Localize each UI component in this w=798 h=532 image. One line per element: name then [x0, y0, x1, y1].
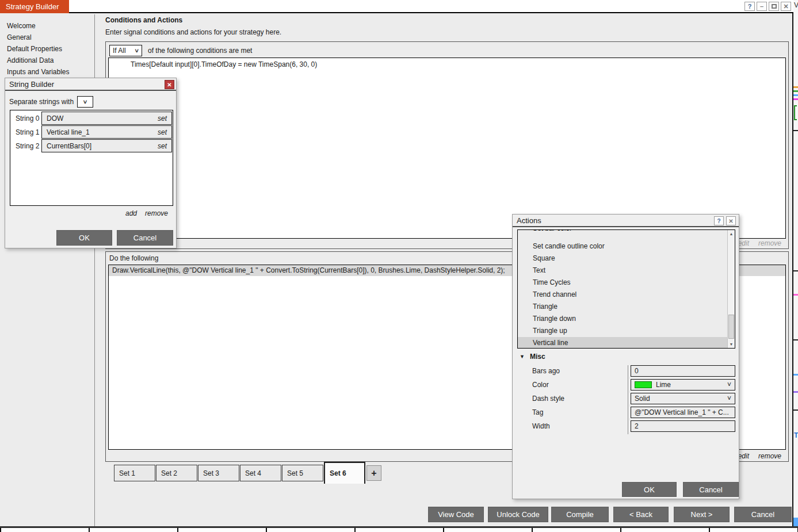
- string-builder-cancel-button[interactable]: Cancel: [117, 230, 173, 246]
- action-type-item[interactable]: Set candle outline color: [518, 240, 735, 252]
- actions-edit-link[interactable]: edit: [738, 452, 749, 460]
- sidebar-item-welcome[interactable]: Welcome: [7, 20, 94, 32]
- tab-set-4[interactable]: Set 4: [240, 465, 281, 481]
- next-button[interactable]: Next >: [674, 507, 730, 522]
- compile-button[interactable]: Compile: [551, 507, 609, 522]
- string-add-link[interactable]: add: [125, 209, 137, 217]
- sidebar-item-default-properties[interactable]: Default Properties: [7, 43, 94, 55]
- string-1-set-link[interactable]: set: [158, 128, 167, 136]
- conditions-edit-link[interactable]: edit: [738, 239, 749, 247]
- string-1-field[interactable]: Vertical line_1 set: [41, 125, 172, 139]
- cancel-button[interactable]: Cancel: [734, 507, 792, 522]
- string-0-field[interactable]: DOW set: [41, 112, 172, 125]
- expander-down-icon: ▼: [520, 354, 525, 359]
- string-builder-close-button[interactable]: ✕: [165, 80, 174, 89]
- condition-row[interactable]: Times[Default input][0].TimeOfDay = new …: [109, 58, 785, 68]
- tag-input[interactable]: @"DOW Vertical line_1 " + C...: [631, 407, 735, 418]
- view-code-button[interactable]: View Code: [428, 507, 484, 522]
- actions-dialog: Actions ? ✕ Set bar color Set candle out…: [512, 214, 739, 499]
- conditions-list[interactable]: Times[Default input][0].TimeOfDay = new …: [108, 58, 786, 239]
- close-icon: ✕: [167, 82, 171, 88]
- action-type-item[interactable]: Triangle up: [518, 325, 735, 337]
- tab-set-3[interactable]: Set 3: [198, 465, 239, 481]
- action-type-item[interactable]: Triangle down: [518, 313, 735, 325]
- width-input[interactable]: 2: [631, 420, 735, 432]
- property-row-tag: Tag @"DOW Vertical line_1 " + C...: [513, 407, 739, 420]
- close-icon: ✕: [728, 218, 733, 224]
- sidebar-item-additional-data[interactable]: Additional Data: [7, 55, 94, 66]
- unlock-code-button[interactable]: Unlock Code: [488, 507, 548, 522]
- action-type-item[interactable]: Text: [518, 265, 735, 277]
- chart-mark: [793, 294, 798, 296]
- string-row: String 2 CurrentBars[0] set: [10, 139, 173, 152]
- bars-ago-input[interactable]: 0: [631, 365, 735, 377]
- color-select[interactable]: Lime ˅: [631, 379, 735, 391]
- property-row-dash-style: Dash style Solid ˅: [513, 393, 739, 407]
- property-row-color: Color Lime ˅: [513, 379, 739, 393]
- tag-label: Tag: [532, 408, 543, 416]
- action-type-item[interactable]: Trend channel: [518, 289, 735, 301]
- scroll-down-icon[interactable]: ▼: [728, 340, 735, 348]
- background-text-fragment: T: [794, 431, 798, 439]
- actions-cancel-button[interactable]: Cancel: [683, 482, 739, 497]
- chart-mark: [793, 98, 798, 100]
- string-2-set-link[interactable]: set: [158, 142, 167, 150]
- chart-mark: [794, 105, 797, 120]
- action-type-item-selected[interactable]: Vertical line: [518, 337, 735, 349]
- actions-remove-link[interactable]: remove: [758, 452, 781, 460]
- separator-select[interactable]: ˅: [77, 96, 93, 108]
- tab-set-1[interactable]: Set 1: [114, 465, 155, 481]
- separator-row: Separate strings with ˅: [9, 96, 93, 108]
- condition-match-select[interactable]: If All ˅: [109, 45, 142, 56]
- background-chart-sliver: V T: [793, 0, 798, 532]
- chart-mark: [793, 339, 798, 340]
- chart-mark: [793, 374, 798, 376]
- bars-ago-label: Bars ago: [532, 367, 560, 375]
- minimize-icon: –: [760, 3, 763, 10]
- minimize-button[interactable]: –: [757, 2, 767, 11]
- chevron-down-icon: ˅: [727, 381, 731, 389]
- condition-match-suffix: of the following conditions are met: [148, 47, 252, 55]
- string-builder-ok-button[interactable]: OK: [56, 230, 112, 246]
- misc-group-header[interactable]: ▼ Misc: [520, 353, 545, 361]
- help-button[interactable]: ?: [744, 2, 755, 11]
- do-following-label: Do the following: [109, 254, 158, 262]
- tab-set-2[interactable]: Set 2: [156, 465, 197, 481]
- actions-ok-button[interactable]: OK: [622, 482, 677, 497]
- sidebar-item-general[interactable]: General: [7, 32, 94, 43]
- action-type-list[interactable]: Set bar color Set candle outline color S…: [517, 229, 735, 349]
- scrollbar-thumb[interactable]: [728, 315, 734, 339]
- scroll-up-icon[interactable]: ▲: [728, 230, 735, 238]
- page-title: Conditions and Actions: [105, 16, 182, 24]
- action-type-item[interactable]: Square: [518, 252, 735, 265]
- chart-mark: [793, 391, 798, 393]
- dash-style-select[interactable]: Solid ˅: [631, 393, 735, 404]
- back-button[interactable]: < Back: [613, 507, 669, 522]
- string-remove-link[interactable]: remove: [145, 209, 168, 217]
- actions-dialog-titlebar[interactable]: Actions ? ✕: [513, 215, 739, 227]
- action-type-item[interactable]: Time Cycles: [518, 277, 735, 289]
- chart-mark: [793, 409, 798, 411]
- width-label: Width: [532, 422, 550, 430]
- string-2-field[interactable]: CurrentBars[0] set: [41, 139, 172, 152]
- property-row-width: Width 2: [513, 420, 739, 434]
- close-button[interactable]: ✕: [781, 2, 791, 11]
- window-controls: ? – ✕: [744, 2, 791, 11]
- chart-mark: [793, 130, 798, 131]
- dash-style-label: Dash style: [532, 395, 564, 403]
- actions-close-button[interactable]: ✕: [726, 216, 736, 225]
- help-icon: ?: [717, 218, 720, 224]
- action-type-item-clipped[interactable]: Set bar color: [518, 230, 735, 240]
- conditions-remove-link[interactable]: remove: [758, 239, 781, 247]
- string-builder-titlebar[interactable]: String Builder ✕: [5, 78, 176, 91]
- string-0-set-link[interactable]: set: [158, 114, 167, 123]
- scrollbar[interactable]: ▲ ▼: [727, 230, 735, 348]
- actions-help-button[interactable]: ?: [714, 216, 724, 225]
- tab-set-6-active[interactable]: Set 6: [324, 462, 365, 484]
- string-1-value: Vertical line_1: [47, 128, 90, 136]
- sidebar-item-inputs-and-variables[interactable]: Inputs and Variables: [7, 66, 94, 78]
- maximize-button[interactable]: [769, 2, 779, 11]
- action-type-item[interactable]: Triangle: [518, 301, 735, 313]
- tab-set-5[interactable]: Set 5: [282, 465, 323, 481]
- add-set-button[interactable]: +: [366, 465, 381, 481]
